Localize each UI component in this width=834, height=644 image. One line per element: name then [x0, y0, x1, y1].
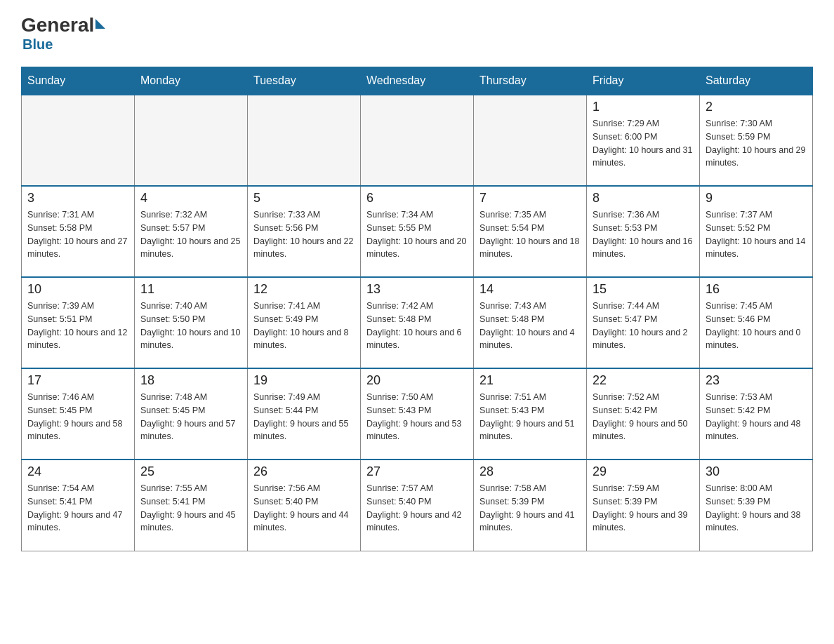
day-number: 23: [706, 373, 807, 388]
calendar-cell: [22, 95, 135, 186]
calendar-cell: 16Sunrise: 7:45 AMSunset: 5:46 PMDayligh…: [700, 277, 813, 368]
day-info: Sunrise: 7:33 AMSunset: 5:56 PMDaylight:…: [253, 208, 355, 261]
calendar-cell: 27Sunrise: 7:57 AMSunset: 5:40 PMDayligh…: [361, 459, 474, 551]
day-info: Sunrise: 7:42 AMSunset: 5:48 PMDaylight:…: [366, 300, 468, 352]
calendar-week-row: 17Sunrise: 7:46 AMSunset: 5:45 PMDayligh…: [22, 368, 813, 459]
calendar-cell: 18Sunrise: 7:48 AMSunset: 5:45 PMDayligh…: [135, 368, 248, 459]
calendar-cell: 21Sunrise: 7:51 AMSunset: 5:43 PMDayligh…: [474, 368, 587, 459]
day-number: 30: [706, 464, 807, 479]
calendar-cell: 30Sunrise: 8:00 AMSunset: 5:39 PMDayligh…: [700, 459, 813, 551]
calendar-cell: 17Sunrise: 7:46 AMSunset: 5:45 PMDayligh…: [22, 368, 135, 459]
day-number: 22: [593, 373, 694, 388]
day-number: 13: [366, 282, 468, 297]
day-number: 8: [593, 191, 694, 206]
day-number: 6: [366, 191, 468, 206]
day-info: Sunrise: 7:30 AMSunset: 5:59 PMDaylight:…: [706, 117, 807, 170]
calendar-cell: 14Sunrise: 7:43 AMSunset: 5:48 PMDayligh…: [474, 277, 587, 368]
calendar-cell: 8Sunrise: 7:36 AMSunset: 5:53 PMDaylight…: [587, 186, 700, 277]
day-info: Sunrise: 7:52 AMSunset: 5:42 PMDaylight:…: [593, 391, 694, 443]
day-info: Sunrise: 7:36 AMSunset: 5:53 PMDaylight:…: [593, 208, 694, 261]
day-number: 15: [593, 282, 694, 297]
day-number: 27: [366, 464, 468, 479]
calendar-week-row: 3Sunrise: 7:31 AMSunset: 5:58 PMDaylight…: [22, 186, 813, 277]
day-number: 1: [593, 100, 694, 114]
weekday-header-sunday: Sunday: [22, 67, 135, 95]
calendar-cell: 7Sunrise: 7:35 AMSunset: 5:54 PMDaylight…: [474, 186, 587, 277]
calendar-cell: 26Sunrise: 7:56 AMSunset: 5:40 PMDayligh…: [248, 459, 361, 551]
calendar-cell: 22Sunrise: 7:52 AMSunset: 5:42 PMDayligh…: [587, 368, 700, 459]
day-info: Sunrise: 7:55 AMSunset: 5:41 PMDaylight:…: [140, 482, 241, 535]
calendar-cell: 23Sunrise: 7:53 AMSunset: 5:42 PMDayligh…: [700, 368, 813, 459]
calendar-cell: 28Sunrise: 7:58 AMSunset: 5:39 PMDayligh…: [474, 459, 587, 551]
logo: General Blue: [21, 14, 105, 53]
day-number: 7: [479, 191, 581, 206]
weekday-header-saturday: Saturday: [700, 67, 813, 95]
day-number: 4: [140, 191, 241, 206]
day-number: 17: [27, 373, 128, 388]
logo-general-text: General: [21, 14, 94, 36]
day-info: Sunrise: 7:48 AMSunset: 5:45 PMDaylight:…: [140, 391, 241, 443]
day-number: 28: [479, 464, 581, 479]
day-info: Sunrise: 7:54 AMSunset: 5:41 PMDaylight:…: [27, 482, 128, 535]
day-info: Sunrise: 7:49 AMSunset: 5:44 PMDaylight:…: [253, 391, 355, 443]
day-number: 2: [706, 100, 807, 114]
day-info: Sunrise: 7:37 AMSunset: 5:52 PMDaylight:…: [706, 208, 807, 261]
day-number: 12: [253, 282, 355, 297]
calendar-cell: 1Sunrise: 7:29 AMSunset: 6:00 PMDaylight…: [587, 95, 700, 186]
day-number: 25: [140, 464, 241, 479]
calendar-cell: 10Sunrise: 7:39 AMSunset: 5:51 PMDayligh…: [22, 277, 135, 368]
day-info: Sunrise: 7:39 AMSunset: 5:51 PMDaylight:…: [27, 300, 128, 352]
calendar-cell: 25Sunrise: 7:55 AMSunset: 5:41 PMDayligh…: [135, 459, 248, 551]
calendar-cell: 13Sunrise: 7:42 AMSunset: 5:48 PMDayligh…: [361, 277, 474, 368]
day-number: 11: [140, 282, 241, 297]
day-info: Sunrise: 7:59 AMSunset: 5:39 PMDaylight:…: [593, 482, 694, 535]
day-number: 3: [27, 191, 128, 206]
day-info: Sunrise: 7:29 AMSunset: 6:00 PMDaylight:…: [593, 117, 694, 170]
day-number: 21: [479, 373, 581, 388]
calendar-week-row: 24Sunrise: 7:54 AMSunset: 5:41 PMDayligh…: [22, 459, 813, 551]
day-info: Sunrise: 7:45 AMSunset: 5:46 PMDaylight:…: [706, 300, 807, 352]
weekday-header-tuesday: Tuesday: [248, 67, 361, 95]
weekday-header-thursday: Thursday: [474, 67, 587, 95]
logo-blue-text: Blue: [22, 36, 53, 52]
day-info: Sunrise: 7:43 AMSunset: 5:48 PMDaylight:…: [479, 300, 581, 352]
calendar-cell: 19Sunrise: 7:49 AMSunset: 5:44 PMDayligh…: [248, 368, 361, 459]
calendar-cell: 24Sunrise: 7:54 AMSunset: 5:41 PMDayligh…: [22, 459, 135, 551]
day-number: 19: [253, 373, 355, 388]
day-info: Sunrise: 7:58 AMSunset: 5:39 PMDaylight:…: [479, 482, 581, 535]
day-info: Sunrise: 7:35 AMSunset: 5:54 PMDaylight:…: [479, 208, 581, 261]
day-number: 20: [366, 373, 468, 388]
day-info: Sunrise: 7:50 AMSunset: 5:43 PMDaylight:…: [366, 391, 468, 443]
calendar-cell: [474, 95, 587, 186]
day-info: Sunrise: 7:41 AMSunset: 5:49 PMDaylight:…: [253, 300, 355, 352]
calendar-cell: 15Sunrise: 7:44 AMSunset: 5:47 PMDayligh…: [587, 277, 700, 368]
day-number: 24: [27, 464, 128, 479]
day-number: 14: [479, 282, 581, 297]
day-info: Sunrise: 8:00 AMSunset: 5:39 PMDaylight:…: [706, 482, 807, 535]
calendar-cell: [248, 95, 361, 186]
day-number: 26: [253, 464, 355, 479]
day-info: Sunrise: 7:56 AMSunset: 5:40 PMDaylight:…: [253, 482, 355, 535]
day-number: 29: [593, 464, 694, 479]
day-number: 9: [706, 191, 807, 206]
weekday-header-friday: Friday: [587, 67, 700, 95]
calendar-cell: 6Sunrise: 7:34 AMSunset: 5:55 PMDaylight…: [361, 186, 474, 277]
day-info: Sunrise: 7:32 AMSunset: 5:57 PMDaylight:…: [140, 208, 241, 261]
day-info: Sunrise: 7:51 AMSunset: 5:43 PMDaylight:…: [479, 391, 581, 443]
day-info: Sunrise: 7:46 AMSunset: 5:45 PMDaylight:…: [27, 391, 128, 443]
day-info: Sunrise: 7:57 AMSunset: 5:40 PMDaylight:…: [366, 482, 468, 535]
calendar-cell: 20Sunrise: 7:50 AMSunset: 5:43 PMDayligh…: [361, 368, 474, 459]
page-header: General Blue: [21, 14, 813, 53]
calendar-cell: 3Sunrise: 7:31 AMSunset: 5:58 PMDaylight…: [22, 186, 135, 277]
day-number: 16: [706, 282, 807, 297]
day-info: Sunrise: 7:31 AMSunset: 5:58 PMDaylight:…: [27, 208, 128, 261]
calendar-cell: 5Sunrise: 7:33 AMSunset: 5:56 PMDaylight…: [248, 186, 361, 277]
calendar-header-row: SundayMondayTuesdayWednesdayThursdayFrid…: [22, 67, 813, 95]
calendar-cell: [361, 95, 474, 186]
day-info: Sunrise: 7:34 AMSunset: 5:55 PMDaylight:…: [366, 208, 468, 261]
day-info: Sunrise: 7:44 AMSunset: 5:47 PMDaylight:…: [593, 300, 694, 352]
day-number: 10: [27, 282, 128, 297]
weekday-header-wednesday: Wednesday: [361, 67, 474, 95]
calendar-cell: 4Sunrise: 7:32 AMSunset: 5:57 PMDaylight…: [135, 186, 248, 277]
day-number: 18: [140, 373, 241, 388]
